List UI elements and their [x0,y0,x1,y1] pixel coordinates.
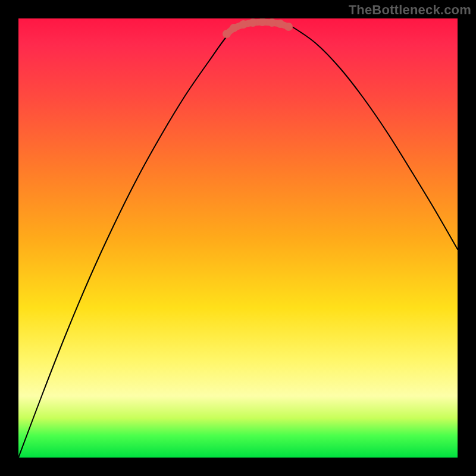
svg-point-6 [276,20,284,28]
black-curve [18,23,458,458]
chart-svg [18,18,458,458]
svg-point-0 [223,30,231,38]
watermark-text: TheBottleneck.com [349,2,471,18]
gradient-plot-area [18,18,458,458]
svg-point-1 [230,24,238,32]
svg-point-7 [284,23,293,31]
red-marker-band [223,18,293,38]
svg-point-2 [239,20,248,29]
svg-point-3 [249,18,257,27]
svg-point-5 [268,18,276,27]
outer-black-frame: TheBottleneck.com [0,0,476,476]
